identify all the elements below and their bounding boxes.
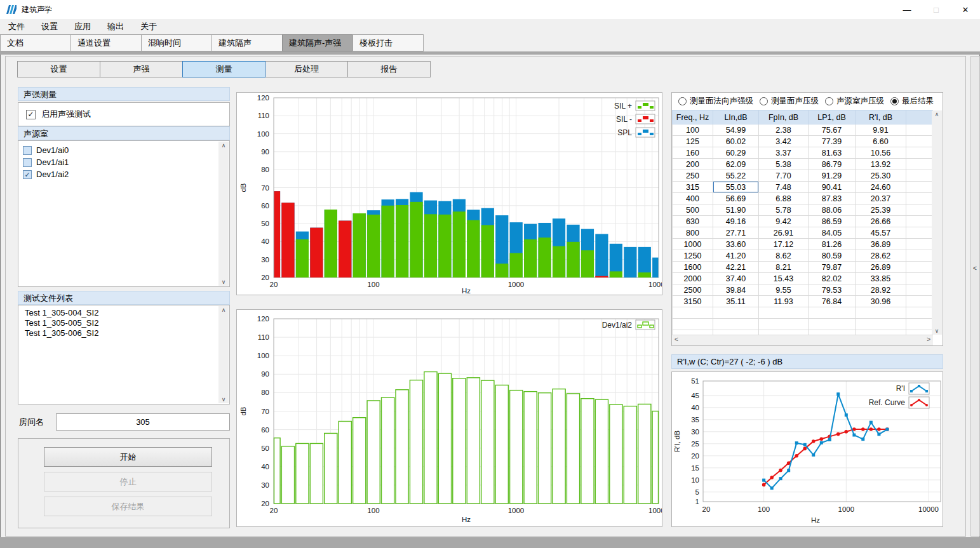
table-cell[interactable]: 35.11 [713,296,759,307]
table-cell[interactable]: 2000 [673,273,713,284]
table-cell[interactable]: 500 [673,204,713,216]
table-cell[interactable]: 630 [673,216,713,227]
table-cell[interactable]: 33.60 [713,239,759,250]
channel-checkbox[interactable] [23,146,32,155]
table-cell[interactable] [856,307,906,319]
table-cell[interactable] [713,307,759,319]
table-cell[interactable]: 160 [673,147,713,159]
table-cell[interactable] [906,147,934,159]
table-cell[interactable] [856,319,906,330]
sub-tab[interactable]: 后处理 [265,61,348,77]
table-h-scrollbar[interactable]: < > [672,335,933,345]
channel-list-scrollbar[interactable]: ∧ ∨ [218,142,229,286]
table-cell[interactable]: 91.29 [809,170,856,182]
table-cell[interactable]: 86.79 [809,159,856,170]
table-cell[interactable]: 7.48 [759,182,809,193]
table-cell[interactable]: 13.92 [856,159,906,170]
table-cell[interactable] [906,170,934,182]
main-tab[interactable]: 文档 [0,34,71,51]
table-cell[interactable]: 77.39 [809,136,856,147]
table-cell[interactable] [906,296,934,307]
table-cell[interactable]: 81.26 [809,239,856,250]
table-cell[interactable]: 33.85 [856,273,906,284]
table-cell[interactable]: 25.30 [856,170,906,182]
menu-item[interactable]: 输出 [99,21,132,32]
table-cell[interactable] [906,204,934,216]
table-cell[interactable]: 45.57 [856,227,906,239]
table-cell[interactable]: 8.21 [759,262,809,273]
table-cell[interactable]: 80.59 [809,250,856,262]
scrollbar-down-icon[interactable]: ∨ [218,396,229,403]
table-cell[interactable]: 60.02 [713,136,759,147]
channel-item[interactable]: Dev1/ai0 [18,144,229,156]
table-cell[interactable]: 10.56 [856,147,906,159]
scrollbar-up-icon[interactable]: ∧ [932,111,942,117]
table-cell[interactable] [906,159,934,170]
radio-icon[interactable] [678,97,687,105]
table-cell[interactable]: 84.05 [809,227,856,239]
table-cell[interactable]: 17.12 [759,239,809,250]
main-tab[interactable]: 通道设置 [70,34,142,51]
table-cell[interactable]: 24.60 [856,182,906,193]
table-cell[interactable]: 9.55 [759,284,809,296]
table-cell[interactable]: 3.42 [759,136,809,147]
radio-icon[interactable] [890,97,899,105]
table-cell[interactable]: 6.60 [856,136,906,147]
table-cell[interactable] [906,227,934,239]
table-cell[interactable]: 9.42 [759,216,809,227]
close-button[interactable]: ✕ [951,0,980,19]
table-cell[interactable] [906,262,934,273]
table-cell[interactable]: 1250 [673,250,713,262]
table-cell[interactable] [809,307,856,319]
table-cell[interactable]: 5.38 [759,159,809,170]
sub-tab[interactable]: 设置 [17,61,100,77]
table-cell[interactable]: 75.67 [809,124,856,136]
table-cell[interactable]: 9.91 [856,124,906,136]
radio-option[interactable]: 测量面法向声强级 [678,96,753,107]
table-cell[interactable]: 125 [673,136,713,147]
table-cell[interactable]: 28.92 [856,284,906,296]
table-cell[interactable] [906,216,934,227]
table-cell[interactable] [673,319,713,330]
table-cell[interactable]: 60.29 [713,147,759,159]
table-cell[interactable]: 25.39 [856,204,906,216]
table-cell[interactable]: 81.63 [809,147,856,159]
file-item[interactable]: Test 1_305-006_SI2 [18,328,229,338]
file-list-scrollbar[interactable]: ∧ ∨ [218,306,229,403]
table-cell[interactable]: 49.16 [713,216,759,227]
table-cell[interactable]: 28.62 [856,250,906,262]
main-tab[interactable]: 建筑隔声 [211,34,283,51]
channel-item[interactable]: Dev1/ai1 [18,156,229,168]
table-cell[interactable]: 250 [673,170,713,182]
table-cell[interactable]: 55.22 [713,170,759,182]
table-cell[interactable]: 400 [673,193,713,204]
radio-icon[interactable] [825,97,833,105]
scrollbar-up-icon[interactable]: ∧ [218,307,229,313]
radio-option[interactable]: 声源室声压级 [825,96,884,107]
main-tab[interactable]: 混响时间 [141,34,212,51]
channel-checkbox[interactable]: ✓ [23,170,32,179]
table-cell[interactable]: 26.66 [856,216,906,227]
table-cell[interactable] [906,193,934,204]
scrollbar-left-icon[interactable]: < [675,336,678,343]
table-cell[interactable]: 36.89 [856,239,906,250]
table-cell[interactable]: 15.43 [759,273,809,284]
table-cell[interactable]: 11.93 [759,296,809,307]
main-tab[interactable]: 楼板打击 [352,34,424,51]
table-cell[interactable] [713,319,759,330]
table-cell[interactable]: 2.38 [759,124,809,136]
sub-tab[interactable]: 声强 [100,61,183,77]
file-item[interactable]: Test 1_305-004_SI2 [18,308,229,318]
file-item[interactable]: Test 1_305-005_SI2 [18,318,229,328]
save-results-button[interactable]: 保存结果 [44,497,212,516]
menu-item[interactable]: 应用 [66,21,99,32]
table-cell[interactable]: 37.40 [713,273,759,284]
sub-tab[interactable]: 报告 [347,61,431,77]
table-cell[interactable]: 2500 [673,284,713,296]
enable-intensity-checkbox[interactable]: ✓ [26,110,36,119]
table-cell[interactable]: 800 [673,227,713,239]
table-cell[interactable]: 26.91 [759,227,809,239]
table-cell[interactable]: 41.20 [713,250,759,262]
table-cell[interactable]: 6.88 [759,193,809,204]
collapse-strip[interactable]: < [970,56,980,537]
